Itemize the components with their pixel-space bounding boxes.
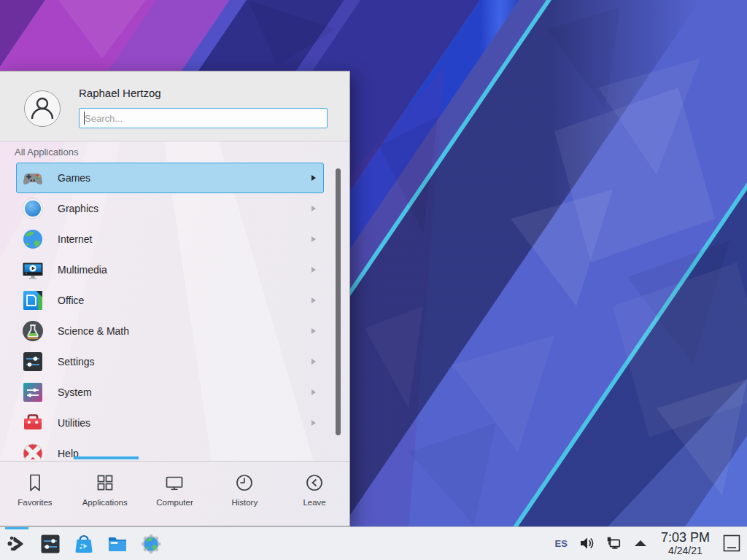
tab-favorites[interactable]: Favorites bbox=[0, 462, 70, 526]
show-desktop-button[interactable] bbox=[722, 532, 741, 554]
menu-item-label: Graphics bbox=[58, 203, 98, 214]
application-launcher-menu: Raphael Hertzog All Applications bbox=[0, 71, 350, 526]
user-name: Raphael Hertzog bbox=[79, 87, 161, 99]
category-list: Games Graphics bbox=[16, 163, 324, 459]
menu-item-label: Internet bbox=[58, 233, 92, 245]
launcher-tab-bar: Favorites Applications bbox=[0, 461, 349, 526]
volume-icon[interactable] bbox=[578, 535, 595, 551]
submenu-arrow-icon bbox=[311, 206, 316, 211]
tab-label: Leave bbox=[303, 498, 325, 507]
submenu-arrow-icon bbox=[311, 298, 316, 303]
tab-label: Favorites bbox=[18, 498, 52, 507]
submenu-arrow-icon bbox=[311, 236, 316, 242]
application-launcher-button[interactable] bbox=[5, 532, 28, 556]
games-icon bbox=[21, 166, 44, 190]
system-icon bbox=[21, 381, 44, 404]
section-label: All Applications bbox=[15, 147, 78, 158]
taskbar-launchers bbox=[0, 532, 163, 556]
tab-history[interactable]: History bbox=[209, 462, 279, 526]
system-settings-icon bbox=[39, 533, 61, 555]
web-browser-button[interactable] bbox=[139, 532, 163, 556]
discover-button[interactable] bbox=[72, 532, 96, 556]
settings-icon bbox=[21, 350, 44, 373]
submenu-arrow-icon bbox=[311, 389, 316, 395]
menu-item-science-math[interactable]: Science & Math bbox=[16, 316, 324, 346]
internet-icon bbox=[21, 228, 44, 251]
web-browser-icon bbox=[140, 533, 162, 555]
tab-leave[interactable]: Leave bbox=[279, 462, 349, 526]
office-icon bbox=[21, 289, 44, 312]
list-scrollbar[interactable] bbox=[336, 168, 341, 435]
search-input[interactable] bbox=[79, 108, 328, 128]
bookmark-icon bbox=[25, 472, 45, 493]
application-launcher-icon bbox=[6, 533, 28, 555]
monitor-icon bbox=[164, 472, 185, 493]
menu-item-label: Multimedia bbox=[58, 264, 107, 276]
text-caret bbox=[84, 112, 85, 125]
menu-item-settings[interactable]: Settings bbox=[16, 346, 324, 377]
system-tray: ES 7:0 bbox=[555, 531, 747, 556]
submenu-arrow-icon bbox=[311, 359, 316, 365]
app-grid-icon bbox=[95, 472, 115, 493]
menu-item-label: Utilities bbox=[58, 417, 90, 429]
menu-item-label: Science & Math bbox=[58, 325, 129, 337]
menu-item-label: System bbox=[58, 386, 92, 398]
desktop: Raphael Hertzog All Applications bbox=[0, 0, 747, 560]
multimedia-icon bbox=[21, 258, 44, 281]
network-icon[interactable] bbox=[605, 535, 622, 551]
keyboard-layout-indicator[interactable]: ES bbox=[555, 538, 568, 549]
submenu-arrow-icon bbox=[311, 267, 316, 273]
menu-item-office[interactable]: Office bbox=[16, 285, 324, 316]
tab-label: History bbox=[231, 498, 258, 507]
taskbar: ES 7:0 bbox=[0, 526, 747, 560]
menu-item-system[interactable]: System bbox=[16, 377, 324, 408]
utilities-icon bbox=[21, 411, 44, 435]
menu-item-games[interactable]: Games bbox=[16, 163, 324, 193]
clock-time: 7:03 PM bbox=[661, 531, 710, 545]
user-avatar[interactable] bbox=[24, 90, 61, 127]
menu-item-label: Office bbox=[58, 295, 84, 306]
submenu-arrow-icon bbox=[311, 175, 316, 181]
launcher-header: Raphael Hertzog bbox=[0, 71, 349, 141]
help-icon bbox=[21, 442, 44, 459]
menu-item-graphics[interactable]: Graphics bbox=[16, 193, 324, 224]
menu-item-label: Games bbox=[58, 172, 90, 184]
leave-icon bbox=[304, 472, 325, 493]
menu-item-internet[interactable]: Internet bbox=[16, 224, 324, 254]
user-icon bbox=[25, 91, 60, 126]
menu-item-help[interactable]: Help bbox=[16, 438, 324, 459]
tab-label: Applications bbox=[82, 498, 128, 507]
tab-computer[interactable]: Computer bbox=[140, 462, 210, 526]
system-settings-button[interactable] bbox=[39, 532, 62, 556]
submenu-arrow-icon bbox=[311, 328, 316, 334]
submenu-arrow-icon bbox=[311, 420, 316, 426]
file-manager-icon bbox=[107, 533, 128, 555]
menu-item-utilities[interactable]: Utilities bbox=[16, 408, 324, 438]
show-desktop-icon bbox=[722, 534, 741, 553]
discover-icon bbox=[73, 533, 95, 555]
menu-item-label: Settings bbox=[58, 356, 95, 368]
digital-clock[interactable]: 7:03 PM 4/24/21 bbox=[659, 531, 711, 556]
clock-date: 4/24/21 bbox=[661, 545, 710, 556]
expand-tray-caret-icon[interactable] bbox=[632, 535, 649, 551]
science-icon bbox=[21, 319, 44, 343]
tab-applications[interactable]: Applications bbox=[70, 462, 140, 526]
clock-icon bbox=[234, 472, 255, 493]
file-manager-button[interactable] bbox=[106, 532, 129, 556]
tab-label: Computer bbox=[156, 498, 193, 507]
active-tab-indicator bbox=[74, 456, 139, 459]
graphics-icon bbox=[21, 197, 44, 220]
menu-item-multimedia[interactable]: Multimedia bbox=[16, 254, 324, 285]
